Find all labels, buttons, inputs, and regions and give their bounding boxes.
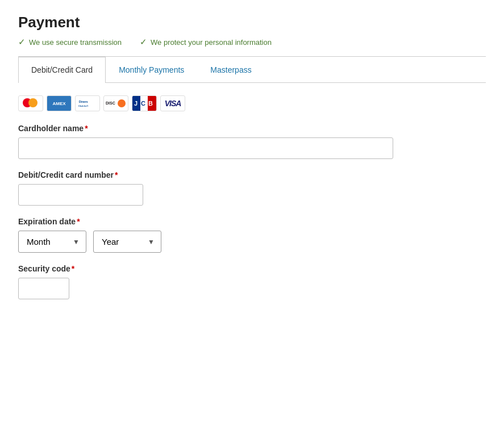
page-container: Payment ✓ We use secure transmission ✓ W… (0, 0, 504, 324)
cardholder-name-input[interactable] (18, 137, 393, 159)
svg-text:C: C (141, 100, 145, 107)
year-select-wrapper: Year 2024 2025 2026 2027 2028 2029 2030 … (93, 231, 161, 253)
required-star-cvv: * (72, 264, 74, 273)
card-number-group: Debit/Credit card number* (18, 170, 486, 206)
tab-monthly-payments[interactable]: Monthly Payments (106, 57, 197, 82)
jcb-icon: J C B (132, 95, 157, 111)
jcb-svg: J C B (133, 96, 156, 111)
cardholder-name-label: Cardholder name* (18, 124, 486, 133)
security-badge-2: ✓ We protect your personal information (140, 37, 272, 47)
month-select-wrapper: Month 01 02 03 04 05 06 07 08 09 10 11 1… (18, 231, 86, 253)
svg-text:J: J (134, 100, 138, 107)
svg-point-5 (118, 99, 126, 107)
checkmark-icon-1: ✓ (18, 37, 26, 47)
expiration-date-label: Expiration date* (18, 217, 486, 226)
security-code-input[interactable] (18, 278, 69, 299)
svg-text:DISC: DISC (106, 101, 115, 105)
svg-rect-0 (77, 97, 98, 110)
mc-orange-circle (28, 98, 38, 107)
checkmark-icon-2: ✓ (140, 37, 147, 47)
required-star-expiry: * (77, 217, 80, 226)
tab-masterpass[interactable]: Masterpass (197, 57, 264, 82)
svg-text:B: B (148, 100, 153, 107)
discover-svg: DISC (105, 97, 127, 110)
svg-text:Club Int'l: Club Int'l (78, 105, 88, 107)
diners-icon: Diners Club Int'l (75, 95, 100, 111)
security-badges: ✓ We use secure transmission ✓ We protec… (18, 37, 486, 47)
security-code-label: Security code* (18, 264, 486, 273)
year-select[interactable]: Year 2024 2025 2026 2027 2028 2029 2030 … (93, 231, 161, 253)
mastercard-icon (18, 95, 43, 111)
card-number-input[interactable] (18, 184, 143, 206)
security-code-group: Security code* (18, 264, 486, 299)
required-star-card: * (115, 170, 118, 179)
diners-svg: Diners Club Int'l (77, 97, 98, 110)
security-badge-1-text: We use secure transmission (29, 38, 122, 47)
required-star-name: * (85, 124, 88, 133)
amex-icon: AMEX (47, 95, 72, 111)
security-badge-1: ✓ We use secure transmission (18, 37, 122, 47)
expiration-date-group: Expiration date* Month 01 02 03 04 05 06… (18, 217, 486, 253)
card-number-label: Debit/Credit card number* (18, 170, 486, 179)
visa-icon: VISA (160, 95, 185, 111)
tab-debit-credit[interactable]: Debit/Credit Card (18, 57, 106, 83)
card-icons-container: AMEX Diners Club Int'l DISC J (18, 95, 486, 111)
page-title: Payment (18, 14, 486, 31)
expiry-row: Month 01 02 03 04 05 06 07 08 09 10 11 1… (18, 231, 486, 253)
month-select[interactable]: Month 01 02 03 04 05 06 07 08 09 10 11 1… (18, 231, 86, 253)
security-badge-2-text: We protect your personal information (151, 38, 272, 47)
discover-icon: DISC (103, 95, 128, 111)
svg-text:Diners: Diners (79, 100, 88, 103)
cardholder-name-group: Cardholder name* (18, 124, 486, 159)
tabs-container: Debit/Credit Card Monthly Payments Maste… (18, 57, 486, 83)
